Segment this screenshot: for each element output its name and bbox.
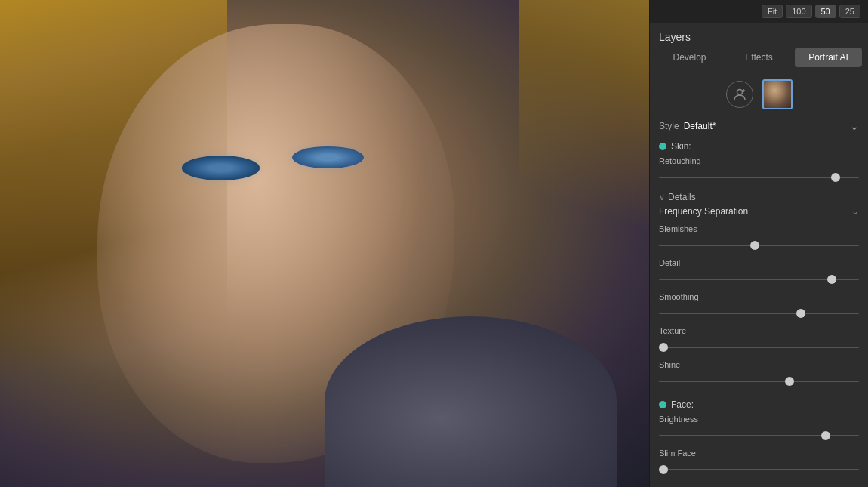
face-indicator-dot [659, 401, 666, 408]
slim-face-slider[interactable] [659, 469, 859, 470]
right-panel: Fit 100 50 25 Layers Develop Effects Por… [649, 0, 868, 487]
retouching-slider-container [650, 166, 868, 187]
slim-face-slider-container [650, 458, 868, 479]
texture-slider[interactable] [659, 347, 859, 348]
texture-label-row: Texture [650, 323, 868, 336]
face-label: Face: [671, 399, 694, 410]
style-prefix: Style [659, 121, 679, 131]
brightness-slider[interactable] [659, 435, 859, 436]
slim-face-label: Slim Face [659, 448, 696, 458]
eye-left [182, 156, 260, 180]
blemishes-slider-container [650, 234, 868, 255]
shine-slider-container [650, 370, 868, 391]
smoothing-label-row: Smoothing [650, 289, 868, 302]
zoom-100-button[interactable]: 100 [786, 5, 811, 18]
texture-slider-container [650, 336, 868, 357]
tab-portrait-ai[interactable]: Portrait AI [795, 48, 862, 67]
layers-header: Layers [650, 23, 868, 48]
style-value: Default* [684, 121, 716, 131]
zoom-50-button[interactable]: 50 [815, 5, 836, 18]
retouching-slider[interactable] [659, 177, 859, 178]
details-label: Details [668, 192, 696, 202]
smoothing-slider-container [650, 302, 868, 323]
clothing [325, 316, 617, 487]
blemishes-label-row: Blemishes [650, 221, 868, 234]
retouching-label-row: Retouching [650, 153, 868, 166]
tab-develop[interactable]: Develop [656, 48, 723, 67]
style-row: Style Default* ⌄ [650, 117, 868, 138]
skin-label: Skin: [671, 141, 691, 152]
eye-right [292, 146, 364, 168]
blemishes-label: Blemishes [659, 224, 697, 233]
layers-title: Layers [659, 31, 691, 43]
tabs-row: Develop Effects Portrait AI [650, 48, 868, 73]
frequency-separation-row: Frequency Separation ⌄ [650, 205, 868, 221]
photo-area [0, 0, 649, 487]
hair-right [519, 0, 649, 341]
skin-section-header: Skin: [650, 138, 868, 153]
style-dropdown-icon[interactable]: ⌄ [850, 120, 859, 132]
top-bar: Fit 100 50 25 [650, 0, 868, 23]
avatar-row [650, 73, 868, 117]
panel-content: Skin: Retouching ∨ Details Frequency Sep… [650, 138, 868, 487]
details-row: ∨ Details [650, 187, 868, 205]
shine-label: Shine [659, 360, 680, 369]
add-person-icon [732, 87, 747, 102]
detail-label: Detail [659, 258, 680, 267]
slim-face-label-row: Slim Face [650, 445, 868, 458]
texture-label: Texture [659, 326, 686, 335]
portrait-photo [0, 0, 649, 487]
face-section-header: Face: [650, 393, 868, 411]
smoothing-label: Smoothing [659, 292, 699, 301]
brightness-label: Brightness [659, 415, 698, 424]
frequency-separation-label: Frequency Separation [659, 206, 748, 217]
tab-effects[interactable]: Effects [725, 48, 793, 67]
zoom-25-button[interactable]: 25 [839, 5, 860, 18]
detail-slider[interactable] [659, 279, 859, 280]
detail-slider-container [650, 268, 868, 289]
brightness-label-row: Brightness [650, 411, 868, 424]
details-expand-icon[interactable]: ∨ [659, 193, 665, 202]
avatar-thumbnail[interactable] [762, 79, 793, 109]
frequency-dropdown-icon[interactable]: ⌄ [851, 206, 859, 217]
fit-button[interactable]: Fit [762, 5, 783, 18]
blemishes-slider[interactable] [659, 245, 859, 246]
skin-indicator-dot [659, 143, 666, 150]
add-person-button[interactable] [726, 81, 753, 108]
svg-point-0 [737, 90, 742, 95]
shine-label-row: Shine [650, 357, 868, 370]
retouching-label: Retouching [659, 156, 701, 165]
shine-slider[interactable] [659, 381, 859, 382]
smoothing-slider[interactable] [659, 313, 859, 314]
brightness-slider-container [650, 424, 868, 445]
detail-label-row: Detail [650, 255, 868, 268]
